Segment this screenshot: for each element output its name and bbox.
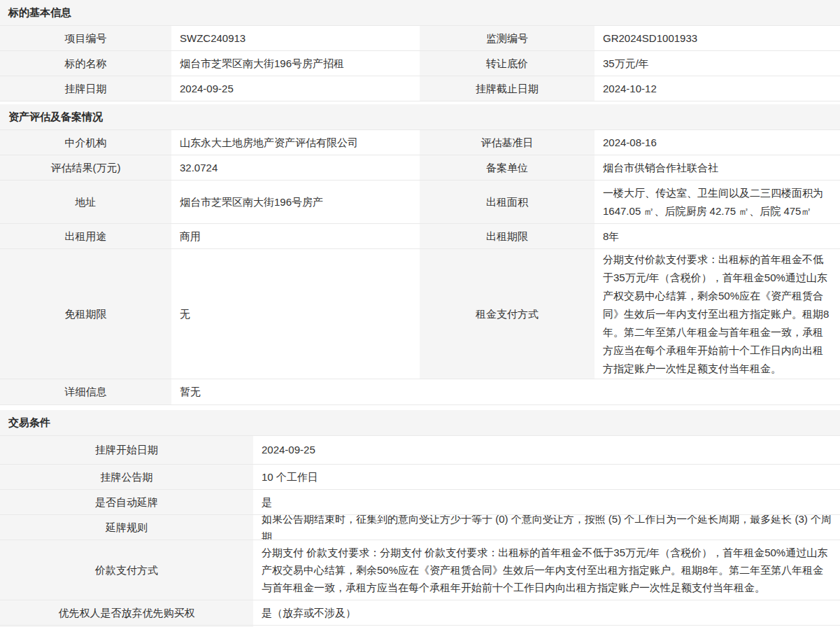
field-label: 项目编号	[0, 26, 171, 50]
field-label: 挂牌日期	[0, 76, 171, 101]
table-row: 项目编号 SWZC240913 监测编号 GR2024SD1001933	[0, 26, 840, 51]
field-label: 标的名称	[0, 51, 171, 76]
field-value: 分期支付价款支付要求：出租标的首年租金不低于35万元/年（含税价），首年租金50…	[595, 249, 840, 379]
table-row: 标的名称 烟台市芝罘区南大街196号房产招租 转让底价 35万元/年	[0, 51, 840, 76]
field-label: 备案单位	[420, 155, 595, 180]
field-value: 一楼大厅、传达室、卫生间以及二三四楼面积为1647.05 ㎡、后院厨房 42.7…	[595, 181, 840, 223]
table-row: 挂牌日期 2024-09-25 挂牌截止日期 2024-10-12	[0, 76, 840, 101]
field-value: 是（放弃或不涉及）	[253, 600, 840, 625]
field-label: 延牌规则	[0, 515, 253, 540]
field-value: 2024-09-25	[171, 76, 420, 101]
field-label: 地址	[0, 181, 171, 223]
field-label: 挂牌开始日期	[0, 436, 253, 464]
field-value: 32.0724	[171, 155, 420, 180]
field-label: 详细信息	[0, 379, 171, 404]
field-label: 出租期限	[420, 224, 595, 248]
field-label: 是否自动延牌	[0, 490, 253, 514]
field-value: 烟台市芝罘区南大街196号房产	[171, 181, 420, 223]
section-divider	[0, 405, 840, 410]
field-label: 租金支付方式	[420, 249, 595, 379]
table-row: 中介机构 山东永大土地房地产资产评估有限公司 评估基准日 2024-08-16	[0, 130, 840, 155]
table-row: 挂牌开始日期 2024-09-25	[0, 436, 840, 465]
table-row: 详细信息 暂无	[0, 379, 840, 405]
section-title: 资产评估及备案情况	[0, 104, 840, 130]
field-label: 转让底价	[420, 51, 595, 76]
field-value: 是	[253, 490, 840, 514]
field-value: 2024-08-16	[595, 130, 840, 155]
field-value: GR2024SD1001933	[595, 26, 840, 50]
field-value: 2024-09-25	[253, 436, 840, 464]
field-label: 免租期限	[0, 249, 171, 379]
table-row: 是否自动延牌 是	[0, 490, 840, 515]
field-value: 烟台市供销合作社联合社	[595, 155, 840, 180]
section-title: 交易条件	[0, 410, 840, 436]
field-label: 价款支付方式	[0, 540, 253, 600]
section-basic-info: 标的基本信息 项目编号 SWZC240913 监测编号 GR2024SD1001…	[0, 0, 840, 101]
field-value: 山东永大土地房地产资产评估有限公司	[171, 130, 420, 155]
field-value: 烟台市芝罘区南大街196号房产招租	[171, 51, 420, 76]
field-label: 优先权人是否放弃优先购买权	[0, 600, 253, 625]
table-row: 地址 烟台市芝罘区南大街196号房产 出租面积 一楼大厅、传达室、卫生间以及二三…	[0, 181, 840, 224]
section-asset-evaluation: 资产评估及备案情况 中介机构 山东永大土地房地产资产评估有限公司 评估基准日 2…	[0, 104, 840, 405]
field-value: 10 个工作日	[253, 465, 840, 489]
section-title: 标的基本信息	[0, 0, 840, 26]
table-row: 价款支付方式 分期支付 价款支付要求：分期支付 价款支付要求：出租标的首年租金不…	[0, 540, 840, 600]
section-trade-conditions: 交易条件 挂牌开始日期 2024-09-25 挂牌公告期 10 个工作日 是否自…	[0, 410, 840, 627]
field-value: 无	[171, 249, 420, 379]
field-value: 分期支付 价款支付要求：分期支付 价款支付要求：出租标的首年租金不低于35万元/…	[253, 540, 840, 600]
table-row: 出租用途 商用 出租期限 8年	[0, 224, 840, 249]
field-value: 如果公告期结束时，征集到的意向受让方少于等于 (0) 个意向受让方，按照 (5)…	[253, 515, 840, 540]
field-label: 出租用途	[0, 224, 171, 248]
field-label: 中介机构	[0, 130, 171, 155]
table-row: 评估结果(万元) 32.0724 备案单位 烟台市供销合作社联合社	[0, 155, 840, 181]
field-value: SWZC240913	[171, 26, 420, 50]
field-value: 8年	[595, 224, 840, 248]
field-label: 挂牌公告期	[0, 465, 253, 489]
field-value: 2024-10-12	[595, 76, 840, 101]
field-value: 商用	[171, 224, 420, 248]
field-value: 暂无	[171, 379, 840, 404]
table-row: 挂牌公告期 10 个工作日	[0, 465, 840, 490]
field-value: 35万元/年	[595, 51, 840, 76]
table-row: 延牌规则 如果公告期结束时，征集到的意向受让方少于等于 (0) 个意向受让方，按…	[0, 515, 840, 540]
field-label: 监测编号	[420, 26, 595, 50]
field-label: 评估结果(万元)	[0, 155, 171, 180]
table-row: 免租期限 无 租金支付方式 分期支付价款支付要求：出租标的首年租金不低于35万元…	[0, 249, 840, 379]
field-label: 出租面积	[420, 181, 595, 223]
field-label: 挂牌截止日期	[420, 76, 595, 101]
field-label: 评估基准日	[420, 130, 595, 155]
table-row: 优先权人是否放弃优先购买权 是（放弃或不涉及）	[0, 600, 840, 626]
